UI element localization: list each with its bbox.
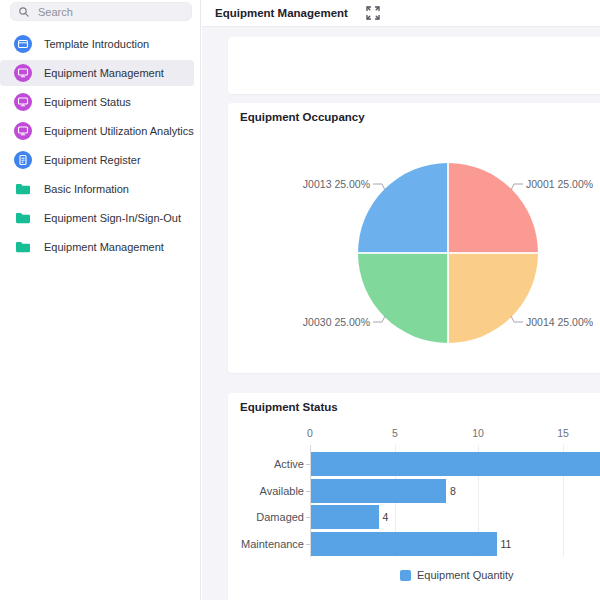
equipment-occupancy-card: Equipment Occupancy J0013 25.00% J0001 2… [228, 103, 600, 373]
sidebar-nav: Template Introduction Equipment Manageme… [0, 31, 194, 263]
folder-icon [14, 180, 32, 198]
sidebar-item-equipment-management[interactable]: Equipment Management [0, 60, 194, 86]
sidebar-item-label: Equipment Status [44, 96, 131, 108]
axis-tick [306, 464, 310, 465]
sidebar-item-label: Equipment Sign-In/Sign-Out [44, 212, 181, 224]
sidebar: Template Introduction Equipment Manageme… [0, 0, 201, 600]
bar-value-label: 11 [501, 532, 512, 556]
sidebar-item-equipment-sign-in-sign-out[interactable]: Equipment Sign-In/Sign-Out [0, 205, 194, 231]
axis-tick [306, 491, 310, 492]
x-axis-tick: 10 [472, 427, 484, 439]
category-label: Maintenance [228, 532, 304, 556]
search-input[interactable] [36, 5, 184, 19]
sidebar-item-equipment-management-folder[interactable]: Equipment Management [0, 234, 194, 260]
pie-chart-title: Equipment Occupancy [240, 111, 365, 123]
search-box[interactable] [10, 2, 192, 21]
monitor-icon [14, 64, 32, 82]
category-label: Active [228, 452, 304, 476]
category-label: Damaged [228, 505, 304, 529]
sidebar-item-template-introduction[interactable]: Template Introduction [0, 31, 194, 57]
monitor-icon [14, 93, 32, 111]
bar-available[interactable] [311, 479, 446, 503]
pie-label: J0030 25.00% [256, 316, 370, 328]
sidebar-item-label: Basic Information [44, 183, 129, 195]
sidebar-item-label: Equipment Management [44, 67, 164, 79]
folder-icon [14, 238, 32, 256]
sidebar-item-label: Equipment Register [44, 154, 141, 166]
sidebar-item-equipment-utilization-analytics[interactable]: Equipment Utilization Analytics [0, 118, 194, 144]
bar-value-label: 8 [450, 479, 456, 503]
bar-maintenance[interactable] [311, 532, 497, 556]
main-content: Equipment Occupancy J0013 25.00% J0001 2… [202, 27, 600, 600]
monitor-icon [14, 122, 32, 140]
legend-label[interactable]: Equipment Quantity [417, 569, 514, 581]
axis-tick [306, 544, 310, 545]
category-label: Available [228, 479, 304, 503]
bar-damaged[interactable] [311, 505, 379, 529]
pie-label: J0001 25.00% [526, 178, 593, 190]
x-axis-tick: 0 [307, 427, 313, 439]
pie-divider [447, 163, 449, 343]
sidebar-item-label: Equipment Utilization Analytics [44, 125, 194, 137]
page-header: Equipment Management [202, 0, 600, 27]
empty-card [228, 37, 600, 94]
sidebar-item-basic-information[interactable]: Basic Information [0, 176, 194, 202]
legend-swatch[interactable] [400, 570, 411, 581]
pie-label: J0013 25.00% [256, 178, 370, 190]
screen-icon [14, 35, 32, 53]
search-icon [18, 6, 30, 18]
page-title: Equipment Management [215, 7, 348, 19]
sidebar-item-label: Template Introduction [44, 38, 149, 50]
x-axis-tick: 5 [392, 427, 398, 439]
fullscreen-icon[interactable] [366, 6, 380, 20]
bar-active[interactable] [311, 452, 600, 476]
equipment-status-card: Equipment Status 0 5 10 15 Active Availa… [228, 393, 600, 600]
folder-icon [14, 209, 32, 227]
bar-value-label: 4 [383, 505, 389, 529]
sidebar-item-equipment-register[interactable]: Equipment Register [0, 147, 194, 173]
sidebar-item-label: Equipment Management [44, 241, 164, 253]
document-icon [14, 151, 32, 169]
axis-tick [306, 517, 310, 518]
x-axis-tick: 15 [557, 427, 569, 439]
bar-chart-title: Equipment Status [240, 401, 338, 413]
pie-label: J0014 25.00% [526, 316, 593, 328]
sidebar-item-equipment-status[interactable]: Equipment Status [0, 89, 194, 115]
